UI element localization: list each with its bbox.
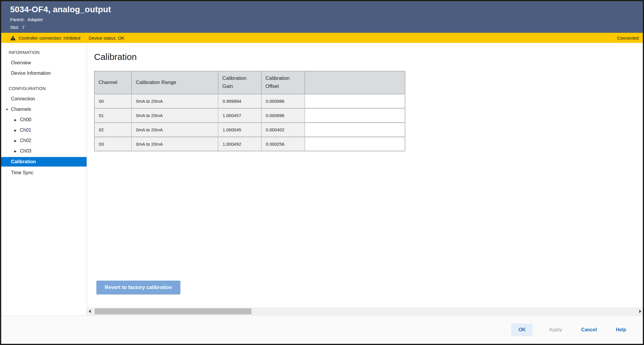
cell-offset: 0.000256 xyxy=(261,137,305,151)
table-row: 00 0mA to 20mA 0.999994 0.000986 xyxy=(94,94,405,108)
column-header-channel: Channel xyxy=(94,71,132,94)
slot-info: Slot:7 xyxy=(10,25,643,30)
cell-empty xyxy=(305,122,405,137)
chevron-down-icon: ▼ xyxy=(5,104,11,115)
cell-offset: 0.000986 xyxy=(261,94,305,108)
sidebar-item-label: Connection xyxy=(11,96,35,101)
table-row: 02 0mA to 20mA 1.000045 0.000402 xyxy=(94,122,405,137)
sidebar-item-label: Calibration xyxy=(11,159,36,164)
cell-gain: 0.999994 xyxy=(218,94,261,108)
scrollbar-thumb[interactable] xyxy=(95,308,251,314)
cell-channel: 02 xyxy=(94,122,132,137)
sidebar-item-label: Ch01 xyxy=(20,128,31,133)
sidebar-item-ch02[interactable]: ▶Ch02 xyxy=(1,135,87,146)
slot-value: 7 xyxy=(22,25,24,30)
cell-range: 0mA to 20mA xyxy=(132,137,218,151)
chevron-right-icon: ▶ xyxy=(14,115,20,125)
chevron-right-icon: ▶ xyxy=(14,125,20,136)
sidebar-item-time-sync[interactable]: Time Sync xyxy=(1,167,87,178)
cell-channel: 00 xyxy=(94,94,132,108)
calibration-page: Calibration Channel Calibration Range Ca… xyxy=(87,43,643,307)
sidebar-item-label: Time Sync xyxy=(11,170,33,175)
scroll-right-arrow[interactable] xyxy=(637,307,643,315)
sidebar-item-ch01[interactable]: ▶Ch01 xyxy=(1,125,87,135)
sidebar-item-ch03[interactable]: ▶Ch03 xyxy=(1,146,87,156)
cell-range: 0mA to 20mA xyxy=(132,94,218,108)
sidebar-item-label: Overview xyxy=(11,60,31,65)
column-header-calibration-gain: Calibration Gain xyxy=(218,71,261,94)
revert-to-factory-calibration-button[interactable]: Revert to factory calibration xyxy=(96,281,180,294)
sidebar-item-label: Device Information xyxy=(11,71,51,76)
dialog-footer: OK Apply Cancel Help xyxy=(1,315,643,344)
content-pane: Calibration Channel Calibration Range Ca… xyxy=(87,43,643,315)
cell-gain: 1.000045 xyxy=(218,122,261,137)
sidebar-item-connection[interactable]: Connection xyxy=(1,94,87,104)
sidebar-item-label: Channels xyxy=(11,107,31,112)
window-header: 5034-OF4, analog_output Parent:Adapter S… xyxy=(1,1,643,33)
sidebar-item-overview[interactable]: Overview xyxy=(1,58,87,68)
help-button[interactable]: Help xyxy=(613,324,629,336)
scrollbar-track[interactable] xyxy=(92,307,637,315)
cancel-button[interactable]: Cancel xyxy=(578,324,600,336)
parent-label: Parent: xyxy=(10,17,24,22)
status-bar: Controller connection: Inhibited Device … xyxy=(1,33,643,43)
chevron-right-icon: ▶ xyxy=(14,136,20,146)
sidebar-section-configuration: CONFIGURATION xyxy=(1,83,87,94)
table-header-row: Channel Calibration Range Calibration Ga… xyxy=(94,71,405,94)
cell-range: 0mA to 20mA xyxy=(132,122,218,137)
sidebar-item-device-information[interactable]: Device Information xyxy=(1,68,87,78)
sidebar-item-label: Ch00 xyxy=(20,117,31,122)
calibration-table: Channel Calibration Range Calibration Ga… xyxy=(94,71,405,151)
scroll-left-arrow[interactable] xyxy=(87,307,92,315)
controller-connection-status: Controller connection: Inhibited xyxy=(19,35,80,41)
sidebar-item-label: Ch02 xyxy=(20,138,31,143)
sidebar-section-information: INFORMATION xyxy=(1,47,87,58)
ok-button[interactable]: OK xyxy=(511,324,533,336)
cell-channel: 01 xyxy=(94,108,132,122)
slot-label: Slot: xyxy=(10,25,19,30)
horizontal-scrollbar[interactable] xyxy=(87,307,643,315)
chevron-right-icon: ▶ xyxy=(14,146,20,156)
apply-button[interactable]: Apply xyxy=(546,324,565,336)
cell-range: 0mA to 20mA xyxy=(132,108,218,122)
sidebar-item-ch00[interactable]: ▶Ch00 xyxy=(1,114,87,125)
sidebar-item-calibration[interactable]: Calibration xyxy=(1,157,87,167)
column-header-calibration-range: Calibration Range xyxy=(132,71,218,94)
device-status: Device status: OK xyxy=(89,35,124,41)
cell-empty xyxy=(305,94,405,108)
parent-value: Adapter xyxy=(27,17,43,22)
device-profile-window: 5034-OF4, analog_output Parent:Adapter S… xyxy=(0,0,644,345)
cell-gain: 1.000492 xyxy=(218,137,261,151)
sidebar: INFORMATION Overview Device Information … xyxy=(1,43,87,315)
cell-offset: 0.000402 xyxy=(261,122,305,137)
sidebar-item-label: Ch03 xyxy=(20,148,31,153)
sidebar-item-channels[interactable]: ▼Channels xyxy=(1,104,87,114)
column-header-empty xyxy=(305,71,405,94)
table-row: 03 0mA to 20mA 1.000492 0.000256 xyxy=(94,137,405,151)
device-title: 5034-OF4, analog_output xyxy=(10,5,643,14)
parent-info: Parent:Adapter xyxy=(10,17,643,22)
page-title: Calibration xyxy=(94,52,643,62)
cell-empty xyxy=(305,137,405,151)
cell-channel: 03 xyxy=(94,137,132,151)
column-header-calibration-offset: Calibration Offset xyxy=(261,71,305,94)
table-row: 01 0mA to 20mA 1.000457 0.000896 xyxy=(94,108,405,122)
warning-triangle-icon xyxy=(10,35,16,41)
cell-empty xyxy=(305,108,405,122)
cell-gain: 1.000457 xyxy=(218,108,261,122)
cell-offset: 0.000896 xyxy=(261,108,305,122)
window-body: INFORMATION Overview Device Information … xyxy=(1,43,643,315)
connection-state-badge: Connected xyxy=(617,35,639,41)
